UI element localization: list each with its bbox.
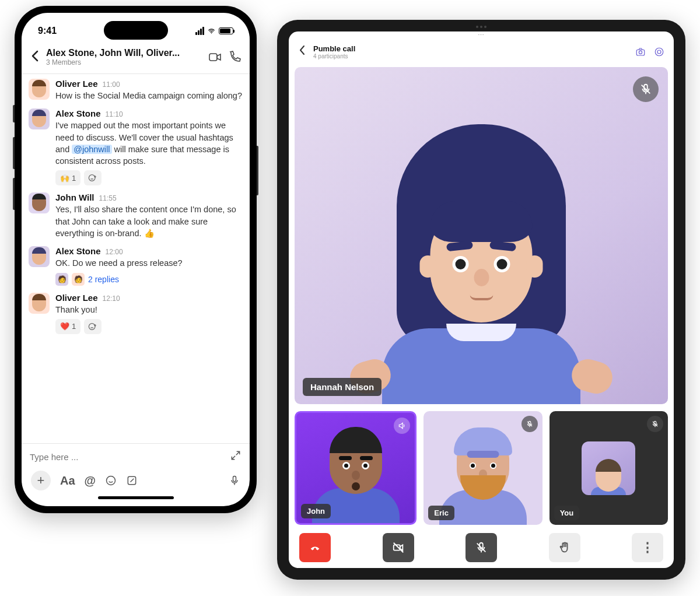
avatar xyxy=(29,79,50,100)
message-text: Yes, I'll also share the content once I'… xyxy=(55,204,243,239)
reaction-count: 1 xyxy=(72,322,76,331)
add-reaction-button[interactable] xyxy=(84,319,102,334)
message-author: John Will xyxy=(55,192,94,202)
message-text: How is the Social Media campaign coming … xyxy=(55,90,243,101)
reaction-chip[interactable]: 🙌 1 xyxy=(55,170,80,185)
microphone-button[interactable] xyxy=(229,475,240,486)
speaker-name-tag: Hannah Nelson xyxy=(303,378,382,396)
share-screen-button[interactable] xyxy=(653,45,666,58)
message-author: Oliver Lee xyxy=(55,79,98,89)
message-text: Thank you! xyxy=(55,304,243,315)
avatar xyxy=(29,192,50,213)
reply-avatar: 🧑 xyxy=(72,273,85,286)
replies-link[interactable]: 2 replies xyxy=(88,275,119,284)
message-text: I've mapped out the most important point… xyxy=(55,120,243,167)
add-reaction-button[interactable] xyxy=(84,170,102,185)
speaker-avatar xyxy=(335,84,626,404)
hangup-button[interactable] xyxy=(299,533,331,562)
call-title: Pumble call xyxy=(313,44,628,53)
participant-tile-you[interactable]: You xyxy=(550,411,668,525)
compose-edit-button[interactable] xyxy=(126,475,138,486)
battery-icon xyxy=(219,27,233,34)
message-author: Oliver Lee xyxy=(55,293,98,303)
reaction-chip[interactable]: ❤️ 1 xyxy=(55,319,80,334)
message-time: 11:00 xyxy=(103,80,120,89)
mic-muted-icon xyxy=(647,416,663,432)
chat-title: Alex Stone, John Will, Oliver... xyxy=(46,48,203,58)
svg-rect-6 xyxy=(233,476,236,482)
message-item: Oliver Lee 12:10 Thank you! ❤️ 1 xyxy=(27,289,244,338)
participant-name: Eric xyxy=(428,506,454,520)
avatar xyxy=(29,293,50,314)
video-call-button[interactable] xyxy=(208,50,223,65)
camera-toggle-button[interactable] xyxy=(383,533,414,562)
status-time: 9:41 xyxy=(38,26,57,36)
svg-point-2 xyxy=(89,175,96,181)
dynamic-island xyxy=(104,21,168,40)
back-button[interactable] xyxy=(297,43,307,60)
svg-point-4 xyxy=(107,476,116,485)
voice-call-button[interactable] xyxy=(228,50,243,65)
message-time: 12:10 xyxy=(103,295,120,303)
tablet-ellipsis-icon: ⋯ xyxy=(289,31,674,40)
call-subtitle: 4 participants xyxy=(313,53,628,59)
camera-switch-button[interactable] xyxy=(634,45,647,58)
message-time: 11:55 xyxy=(99,194,117,202)
svg-point-9 xyxy=(655,48,663,56)
message-time: 12:00 xyxy=(106,248,123,256)
mic-toggle-button[interactable] xyxy=(466,533,497,562)
reaction-count: 1 xyxy=(72,174,76,183)
add-attachment-button[interactable]: + xyxy=(31,471,51,490)
svg-rect-1 xyxy=(209,54,217,61)
phone-device: 9:41 Alex Stone, John Will, Oliver... 3 … xyxy=(15,6,257,513)
svg-point-10 xyxy=(657,50,661,54)
main-video: Hannah Nelson xyxy=(295,67,668,404)
format-button[interactable]: Aa xyxy=(60,474,75,488)
reaction-emoji: 🙌 xyxy=(60,174,69,183)
participant-name: John xyxy=(301,504,331,518)
chat-subtitle: 3 Members xyxy=(46,58,203,66)
call-header: Pumble call 4 participants xyxy=(289,40,674,67)
expand-icon[interactable] xyxy=(230,450,242,464)
message-author: Alex Stone xyxy=(55,108,101,118)
reaction-emoji: ❤️ xyxy=(60,322,69,331)
avatar xyxy=(29,108,50,129)
participant-tile-eric[interactable]: Eric xyxy=(424,411,542,525)
emoji-button[interactable] xyxy=(105,475,117,486)
message-input[interactable] xyxy=(30,452,230,462)
tablet-device: ⋯ Pumble call 4 participants xyxy=(277,20,685,580)
messages-list: Oliver Lee 11:00 How is the Social Media… xyxy=(22,74,250,443)
message-text: OK. Do we need a press release? xyxy=(55,257,243,269)
message-time: 11:10 xyxy=(106,110,123,118)
reply-avatar: 🧑 xyxy=(55,273,68,286)
wifi-icon xyxy=(206,27,216,35)
mention-button[interactable]: @ xyxy=(85,474,96,488)
svg-point-0 xyxy=(211,32,212,33)
participant-name: You xyxy=(554,506,580,520)
signal-icon xyxy=(195,27,204,35)
raise-hand-button[interactable] xyxy=(549,533,580,562)
svg-point-8 xyxy=(639,51,642,54)
participant-tile-john[interactable]: John xyxy=(295,411,416,525)
more-options-button[interactable]: ⋮ xyxy=(632,533,663,562)
message-item: John Will 11:55 Yes, I'll also share the… xyxy=(27,189,244,243)
participant-avatar xyxy=(582,441,635,495)
back-button[interactable] xyxy=(29,47,41,68)
message-item: Oliver Lee 11:00 How is the Social Media… xyxy=(27,75,244,105)
home-indicator xyxy=(98,496,174,499)
message-author: Alex Stone xyxy=(55,246,101,256)
svg-point-3 xyxy=(89,324,96,330)
composer: + Aa @ xyxy=(22,443,250,506)
message-item: Alex Stone 11:10 I've mapped out the mos… xyxy=(27,105,244,189)
mention[interactable]: @johnwill xyxy=(72,145,111,154)
message-item: Alex Stone 12:00 OK. Do we need a press … xyxy=(27,243,244,289)
chat-header: Alex Stone, John Will, Oliver... 3 Membe… xyxy=(22,43,250,74)
avatar xyxy=(29,246,50,267)
